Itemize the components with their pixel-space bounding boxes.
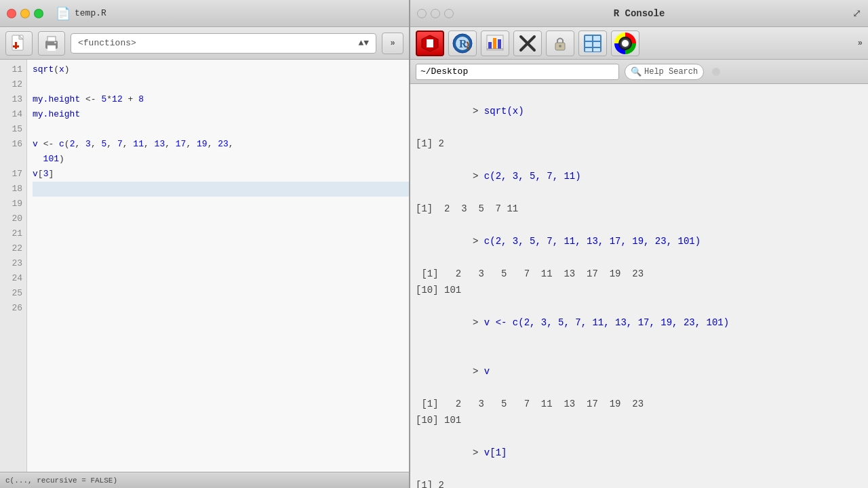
- new-file-button[interactable]: [5, 31, 33, 56]
- working-dir-input[interactable]: [416, 64, 619, 80]
- console-line-12: > v[1]: [416, 428, 863, 477]
- editor-filename: 📄 temp.R: [56, 6, 106, 21]
- editor-title: temp.R: [75, 8, 106, 18]
- code-line-21: [33, 226, 409, 241]
- console-title: R Console: [614, 8, 665, 19]
- line-numbers: 11 12 13 14 15 16 17 18 19 20 21 22 23 2…: [0, 60, 27, 472]
- console-toolbar-expand[interactable]: »: [858, 39, 863, 48]
- svg-rect-14: [488, 42, 492, 49]
- svg-rect-27: [585, 48, 592, 52]
- code-line-12: [33, 77, 409, 92]
- code-line-23: [33, 256, 409, 271]
- line-num-11: 11: [12, 62, 22, 77]
- code-area[interactable]: sqrt(x) my.height <- 5*12 + 8 my.height …: [27, 60, 409, 472]
- status-indicator: [712, 68, 720, 76]
- file-icon: 📄: [56, 6, 71, 21]
- line-num-16: 16: [12, 137, 22, 152]
- console-line-10: [1] 2 3 5 7 11 13 17 19 23: [416, 396, 863, 412]
- minimize-button[interactable]: [20, 9, 30, 18]
- svg-rect-5: [47, 37, 56, 41]
- maximize-button[interactable]: [34, 9, 43, 18]
- line-num-22: 22: [12, 241, 22, 256]
- status-text: c(..., recursive = FALSE): [5, 476, 117, 485]
- console-line-5: > c(2, 3, 5, 7, 11, 13, 17, 19, 23, 101): [416, 217, 863, 266]
- console-inactive-btn-1: [417, 9, 427, 18]
- help-search-bar[interactable]: 🔍 Help Search: [625, 64, 704, 80]
- print-button[interactable]: [38, 31, 65, 56]
- code-line-24: [33, 271, 409, 286]
- code-line-16: v <- c(2, 3, 5, 7, 11, 13, 17, 19, 23,: [33, 137, 409, 152]
- barchart-button[interactable]: [481, 30, 509, 56]
- traffic-lights: [7, 9, 43, 18]
- line-num-15: 15: [12, 122, 22, 137]
- code-line-16b: 101): [33, 152, 409, 167]
- svg-point-21: [559, 45, 561, 47]
- console-line-8: > v <- c(2, 3, 5, 7, 11, 13, 17, 19, 23,…: [416, 298, 863, 347]
- console-line-6: [1] 2 3 5 7 11 13 17 19 23: [416, 266, 863, 282]
- console-traffic-lights: [417, 9, 454, 18]
- functions-dropdown[interactable]: <functions> ▲▼: [71, 33, 376, 54]
- line-num-23: 23: [12, 256, 22, 271]
- console-toolbar: R: [410, 27, 868, 60]
- console-addressbar: 🔍 Help Search: [410, 60, 868, 84]
- line-num-19: 19: [12, 197, 22, 211]
- console-inactive-btn-2: [431, 9, 440, 18]
- svg-rect-28: [593, 48, 600, 52]
- line-num-21: 21: [12, 226, 22, 241]
- console-panel: R Console ⤢ R: [410, 0, 868, 488]
- console-inactive-btn-3: [444, 9, 454, 18]
- console-line-2: [1] 2: [416, 136, 863, 152]
- svg-rect-9: [427, 39, 433, 47]
- svg-rect-23: [585, 36, 592, 41]
- svg-rect-15: [493, 38, 496, 49]
- code-line-19: [33, 197, 409, 211]
- svg-rect-26: [593, 42, 600, 47]
- console-titlebar: R Console ⤢: [410, 0, 868, 27]
- console-line-1: > sqrt(x): [416, 87, 863, 136]
- close-button[interactable]: [7, 9, 16, 18]
- console-line-7: [10] 101: [416, 282, 863, 298]
- editor-titlebar: 📄 temp.R: [0, 0, 409, 27]
- line-num-17: 17: [12, 167, 22, 182]
- code-line-17: v[3]: [33, 167, 409, 182]
- code-line-15: [33, 122, 409, 137]
- colorpicker-button[interactable]: [611, 30, 639, 56]
- editor-content[interactable]: 11 12 13 14 15 16 17 18 19 20 21 22 23 2…: [0, 60, 409, 472]
- svg-text:R: R: [459, 38, 467, 49]
- app-container: 📄 temp.R: [0, 0, 868, 488]
- dropdown-arrow-icon: ▲▼: [358, 38, 369, 48]
- r-logo-button[interactable]: R: [448, 30, 477, 56]
- clear-button[interactable]: [513, 30, 542, 56]
- search-icon: 🔍: [631, 66, 642, 77]
- functions-label: <functions>: [78, 38, 136, 48]
- line-num-12: 12: [12, 77, 22, 92]
- code-line-11: sqrt(x): [33, 62, 409, 77]
- console-line-11: [10] 101: [416, 412, 863, 428]
- line-num-26: 26: [12, 301, 22, 316]
- svg-point-31: [622, 40, 629, 47]
- editor-expand-button[interactable]: »: [382, 33, 403, 54]
- code-line-13: my.height <- 5*12 + 8: [33, 92, 409, 107]
- console-fullscreen-icon[interactable]: ⤢: [852, 7, 861, 20]
- help-search-label: Help Search: [644, 67, 698, 77]
- code-line-22: [33, 241, 409, 256]
- svg-rect-7: [54, 42, 56, 43]
- line-num-25: 25: [12, 286, 22, 301]
- editor-statusbar: c(..., recursive = FALSE): [0, 472, 409, 488]
- lock-button[interactable]: [546, 30, 574, 56]
- console-line-3: > c(2, 3, 5, 7, 11): [416, 152, 863, 201]
- line-num-14: 14: [12, 107, 22, 122]
- console-line-9: > v: [416, 347, 863, 396]
- code-line-26: [33, 301, 409, 316]
- code-line-18: [33, 182, 409, 197]
- code-line-14: my.height: [33, 107, 409, 122]
- stop-button[interactable]: [416, 30, 444, 56]
- code-line-25: [33, 286, 409, 301]
- console-line-13: [1] 2: [416, 477, 863, 488]
- line-num-24: 24: [12, 271, 22, 286]
- spreadsheet-button[interactable]: [578, 30, 607, 56]
- svg-rect-6: [47, 45, 56, 51]
- line-num-13: 13: [12, 92, 22, 107]
- console-content[interactable]: > sqrt(x) [1] 2 > c(2, 3, 5, 7, 11) [1] …: [410, 84, 868, 488]
- console-line-4: [1] 2 3 5 7 11: [416, 201, 863, 217]
